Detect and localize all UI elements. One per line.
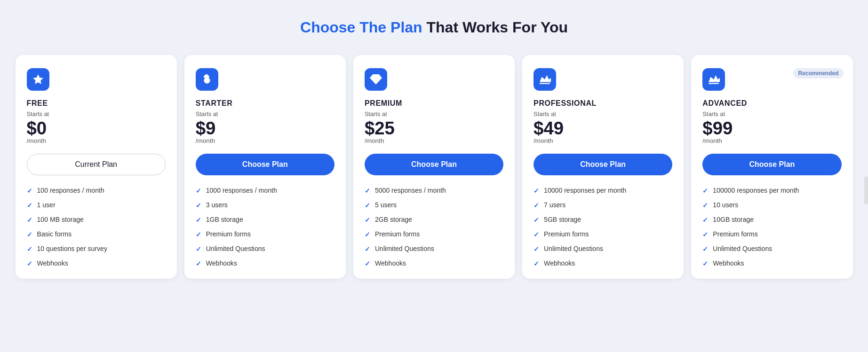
check-icon: ✓ [196, 231, 201, 238]
feature-text: Webhooks [375, 259, 406, 267]
check-icon: ✓ [534, 202, 539, 209]
check-icon: ✓ [365, 231, 370, 238]
plan-name: PROFESSIONAL [534, 99, 672, 108]
check-icon: ✓ [534, 231, 539, 238]
feature-text: 5GB storage [544, 216, 581, 223]
feature-item: ✓ 100 responses / month [27, 187, 166, 195]
features-list: ✓ 10000 responses per month ✓ 7 users ✓ … [534, 187, 672, 267]
feature-text: Unlimited Questions [206, 245, 265, 252]
feature-item: ✓ 5GB storage [534, 216, 672, 224]
plan-icon-premium [365, 68, 387, 91]
feature-text: Unlimited Questions [713, 245, 772, 252]
title-highlight: Choose The Plan [300, 19, 422, 36]
plan-price: $99 [702, 119, 841, 137]
plan-price: $9 [196, 119, 334, 137]
feature-text: 7 users [544, 201, 565, 209]
plan-period: /month [365, 137, 503, 144]
plan-starts-at: Starts at [702, 110, 841, 117]
choose-plan-button[interactable]: Choose Plan [196, 154, 334, 175]
check-icon: ✓ [27, 260, 32, 267]
feature-text: Webhooks [544, 259, 575, 267]
feature-text: Unlimited Questions [544, 245, 603, 252]
check-icon: ✓ [196, 245, 201, 253]
check-icon: ✓ [365, 245, 370, 253]
check-icon: ✓ [702, 245, 708, 253]
feature-text: 10 questions per survey [37, 245, 107, 252]
plan-icon-advanced [702, 68, 725, 91]
choose-plan-button[interactable]: Choose Plan [365, 154, 503, 175]
plan-icon-professional [534, 68, 556, 91]
feature-text: 10000 responses per month [544, 187, 626, 194]
feature-text: Premium forms [544, 230, 589, 238]
plan-starts-at: Starts at [534, 110, 672, 117]
feature-item: ✓ Webhooks [27, 259, 166, 267]
feature-item: ✓ 5000 responses / month [365, 187, 503, 195]
plan-card-professional: PROFESSIONAL Starts at $49 /month Choose… [522, 55, 684, 279]
feature-item: ✓ Premium forms [196, 230, 334, 238]
check-icon: ✓ [27, 202, 32, 209]
feature-item: ✓ Premium forms [534, 230, 672, 238]
feature-text: 5 users [375, 201, 397, 209]
feature-text: 5000 responses / month [375, 187, 446, 194]
check-icon: ✓ [27, 216, 32, 224]
feature-text: 3 users [206, 201, 228, 209]
feature-text: Premium forms [206, 230, 251, 238]
feature-item: ✓ Webhooks [196, 259, 334, 267]
features-list: ✓ 5000 responses / month ✓ 5 users ✓ 2GB… [365, 187, 503, 267]
choose-plan-button[interactable]: Choose Plan [702, 154, 841, 175]
feature-item: ✓ 100 MB storage [27, 216, 166, 224]
feature-text: Webhooks [37, 259, 68, 267]
feature-text: 2GB storage [375, 216, 412, 223]
check-icon: ✓ [534, 216, 539, 224]
feature-item: ✓ 10000 responses per month [534, 187, 672, 195]
check-icon: ✓ [365, 260, 370, 267]
feature-item: ✓ 5 users [365, 201, 503, 209]
feature-text: Basic forms [37, 230, 72, 238]
feature-text: Premium forms [713, 230, 757, 238]
feature-item: ✓ 3 users [196, 201, 334, 209]
check-icon: ✓ [534, 245, 539, 253]
title-rest: That Works For You [422, 19, 568, 36]
plan-period: /month [702, 137, 841, 144]
plan-name: FREE [27, 99, 166, 108]
plan-name: ADVANCED [702, 99, 841, 108]
check-icon: ✓ [702, 216, 708, 224]
feature-text: 1 user [37, 201, 56, 209]
feature-item: ✓ Webhooks [365, 259, 503, 267]
check-icon: ✓ [196, 216, 201, 224]
plan-name: PREMIUM [365, 99, 503, 108]
feature-item: ✓ Webhooks [534, 259, 672, 267]
check-icon: ✓ [702, 231, 708, 238]
plan-period: /month [534, 137, 672, 144]
plan-period: /month [27, 137, 166, 144]
plan-price: $25 [365, 119, 503, 137]
feature-item: ✓ Premium forms [702, 230, 841, 238]
scrollbar[interactable] [864, 176, 868, 204]
check-icon: ✓ [196, 187, 201, 195]
check-icon: ✓ [27, 187, 32, 195]
feature-text: Premium forms [375, 230, 420, 238]
plans-grid: FREE Starts at $0 /month Current Plan ✓ … [16, 55, 853, 279]
feature-text: Webhooks [206, 259, 237, 267]
check-icon: ✓ [702, 187, 708, 195]
plan-icon-free [27, 68, 49, 91]
current-plan-button: Current Plan [27, 154, 166, 175]
feature-text: 100000 responses per month [713, 187, 799, 194]
plan-card-advanced: Recommended ADVANCED Starts at $99 /mont… [691, 55, 852, 279]
features-list: ✓ 1000 responses / month ✓ 3 users ✓ 1GB… [196, 187, 334, 267]
choose-plan-button[interactable]: Choose Plan [534, 154, 672, 175]
plan-starts-at: Starts at [365, 110, 503, 117]
feature-item: ✓ 100000 responses per month [702, 187, 841, 195]
feature-text: Unlimited Questions [375, 245, 434, 252]
feature-text: 10 users [713, 201, 738, 209]
plan-starts-at: Starts at [27, 110, 166, 117]
features-list: ✓ 100000 responses per month ✓ 10 users … [702, 187, 841, 267]
feature-item: ✓ Unlimited Questions [534, 245, 672, 253]
check-icon: ✓ [702, 202, 708, 209]
check-icon: ✓ [27, 245, 32, 253]
feature-text: 1GB storage [206, 216, 243, 223]
plan-icon-starter [196, 68, 218, 91]
feature-item: ✓ 2GB storage [365, 216, 503, 224]
plan-card-starter: STARTER Starts at $9 /month Choose Plan … [184, 55, 346, 279]
feature-item: ✓ 10 questions per survey [27, 245, 166, 253]
